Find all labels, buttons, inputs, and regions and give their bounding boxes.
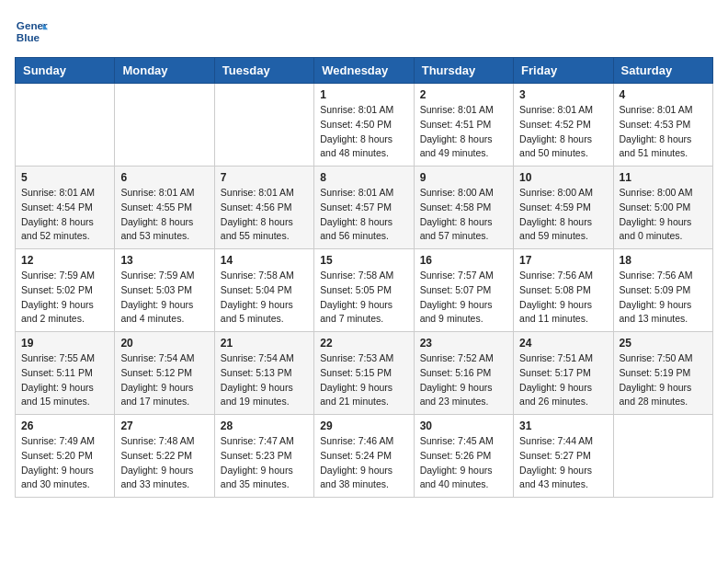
day-number: 26 [21, 419, 108, 432]
day-number: 3 [519, 88, 607, 101]
calendar-cell: 1Sunrise: 8:01 AMSunset: 4:50 PMDaylight… [314, 84, 414, 167]
day-number: 10 [519, 171, 607, 184]
day-info: Sunrise: 7:56 AMSunset: 5:09 PMDaylight:… [620, 269, 707, 327]
day-number: 20 [120, 337, 208, 350]
day-number: 4 [620, 88, 707, 101]
day-info: Sunrise: 8:01 AMSunset: 4:50 PMDaylight:… [320, 103, 407, 161]
calendar-cell: 24Sunrise: 7:51 AMSunset: 5:17 PMDayligh… [514, 332, 613, 415]
day-number: 28 [221, 419, 308, 432]
day-info: Sunrise: 8:01 AMSunset: 4:52 PMDaylight:… [519, 103, 607, 161]
calendar-cell: 29Sunrise: 7:46 AMSunset: 5:24 PMDayligh… [314, 415, 414, 498]
day-number: 13 [120, 254, 208, 267]
day-number: 9 [420, 171, 507, 184]
calendar-cell: 18Sunrise: 7:56 AMSunset: 5:09 PMDayligh… [613, 249, 712, 332]
day-info: Sunrise: 7:51 AMSunset: 5:17 PMDaylight:… [519, 351, 607, 409]
day-info: Sunrise: 8:00 AMSunset: 4:59 PMDaylight:… [519, 186, 607, 244]
day-number: 18 [620, 254, 707, 267]
logo: General Blue [15, 15, 48, 48]
weekday-header-row: SundayMondayTuesdayWednesdayThursdayFrid… [16, 58, 713, 84]
day-info: Sunrise: 7:54 AMSunset: 5:12 PMDaylight:… [120, 351, 208, 409]
day-number: 16 [420, 254, 507, 267]
calendar-cell: 27Sunrise: 7:48 AMSunset: 5:22 PMDayligh… [115, 415, 214, 498]
day-number: 27 [120, 419, 208, 432]
day-number: 21 [221, 337, 308, 350]
day-number: 7 [221, 171, 308, 184]
calendar-cell: 11Sunrise: 8:00 AMSunset: 5:00 PMDayligh… [613, 167, 712, 249]
calendar-cell: 8Sunrise: 8:01 AMSunset: 4:57 PMDaylight… [314, 167, 414, 249]
day-info: Sunrise: 8:01 AMSunset: 4:55 PMDaylight:… [120, 186, 208, 244]
calendar-cell [115, 84, 214, 167]
calendar-cell: 4Sunrise: 8:01 AMSunset: 4:53 PMDaylight… [613, 84, 712, 167]
day-number: 29 [320, 419, 407, 432]
calendar-cell: 16Sunrise: 7:57 AMSunset: 5:07 PMDayligh… [414, 249, 513, 332]
day-info: Sunrise: 7:48 AMSunset: 5:22 PMDaylight:… [120, 434, 208, 492]
day-info: Sunrise: 7:56 AMSunset: 5:08 PMDaylight:… [519, 269, 607, 327]
calendar-week-row: 1Sunrise: 8:01 AMSunset: 4:50 PMDaylight… [16, 84, 713, 167]
day-info: Sunrise: 7:52 AMSunset: 5:16 PMDaylight:… [420, 351, 507, 409]
day-info: Sunrise: 7:59 AMSunset: 5:02 PMDaylight:… [21, 269, 108, 327]
day-info: Sunrise: 7:46 AMSunset: 5:24 PMDaylight:… [320, 434, 407, 492]
day-number: 17 [519, 254, 607, 267]
calendar-cell: 21Sunrise: 7:54 AMSunset: 5:13 PMDayligh… [214, 332, 313, 415]
calendar-cell: 7Sunrise: 8:01 AMSunset: 4:56 PMDaylight… [214, 167, 313, 249]
weekday-header-saturday: Saturday [613, 58, 712, 84]
day-info: Sunrise: 7:58 AMSunset: 5:05 PMDaylight:… [320, 269, 407, 327]
calendar-cell: 5Sunrise: 8:01 AMSunset: 4:54 PMDaylight… [16, 167, 115, 249]
day-info: Sunrise: 7:54 AMSunset: 5:13 PMDaylight:… [221, 351, 308, 409]
calendar-cell: 3Sunrise: 8:01 AMSunset: 4:52 PMDaylight… [514, 84, 613, 167]
calendar-cell: 19Sunrise: 7:55 AMSunset: 5:11 PMDayligh… [16, 332, 115, 415]
weekday-header-wednesday: Wednesday [314, 58, 414, 84]
day-number: 2 [420, 88, 507, 101]
calendar-table: SundayMondayTuesdayWednesdayThursdayFrid… [15, 57, 713, 498]
day-info: Sunrise: 7:45 AMSunset: 5:26 PMDaylight:… [420, 434, 507, 492]
calendar-cell: 2Sunrise: 8:01 AMSunset: 4:51 PMDaylight… [414, 84, 513, 167]
day-info: Sunrise: 7:49 AMSunset: 5:20 PMDaylight:… [21, 434, 108, 492]
day-info: Sunrise: 7:55 AMSunset: 5:11 PMDaylight:… [21, 351, 108, 409]
weekday-header-friday: Friday [514, 58, 613, 84]
day-number: 8 [320, 171, 407, 184]
day-info: Sunrise: 8:00 AMSunset: 4:58 PMDaylight:… [420, 186, 507, 244]
calendar-week-row: 5Sunrise: 8:01 AMSunset: 4:54 PMDaylight… [16, 167, 713, 249]
day-number: 25 [620, 337, 707, 350]
calendar-cell: 9Sunrise: 8:00 AMSunset: 4:58 PMDaylight… [414, 167, 513, 249]
calendar-cell: 14Sunrise: 7:58 AMSunset: 5:04 PMDayligh… [214, 249, 313, 332]
day-number: 22 [320, 337, 407, 350]
calendar-cell: 28Sunrise: 7:47 AMSunset: 5:23 PMDayligh… [214, 415, 313, 498]
day-info: Sunrise: 7:59 AMSunset: 5:03 PMDaylight:… [120, 269, 208, 327]
day-info: Sunrise: 7:50 AMSunset: 5:19 PMDaylight:… [620, 351, 707, 409]
day-info: Sunrise: 8:01 AMSunset: 4:51 PMDaylight:… [420, 103, 507, 161]
day-number: 19 [21, 337, 108, 350]
day-number: 14 [221, 254, 308, 267]
calendar-cell [214, 84, 313, 167]
calendar-cell: 6Sunrise: 8:01 AMSunset: 4:55 PMDaylight… [115, 167, 214, 249]
day-info: Sunrise: 7:58 AMSunset: 5:04 PMDaylight:… [221, 269, 308, 327]
day-number: 15 [320, 254, 407, 267]
calendar-cell: 17Sunrise: 7:56 AMSunset: 5:08 PMDayligh… [514, 249, 613, 332]
day-number: 30 [420, 419, 507, 432]
svg-text:Blue: Blue [17, 31, 40, 43]
day-number: 11 [620, 171, 707, 184]
calendar-cell: 15Sunrise: 7:58 AMSunset: 5:05 PMDayligh… [314, 249, 414, 332]
day-info: Sunrise: 8:01 AMSunset: 4:57 PMDaylight:… [320, 186, 407, 244]
calendar-week-row: 26Sunrise: 7:49 AMSunset: 5:20 PMDayligh… [16, 415, 713, 498]
weekday-header-monday: Monday [115, 58, 214, 84]
day-number: 6 [120, 171, 208, 184]
calendar-cell: 20Sunrise: 7:54 AMSunset: 5:12 PMDayligh… [115, 332, 214, 415]
calendar-cell: 23Sunrise: 7:52 AMSunset: 5:16 PMDayligh… [414, 332, 513, 415]
day-info: Sunrise: 8:00 AMSunset: 5:00 PMDaylight:… [620, 186, 707, 244]
calendar-cell: 10Sunrise: 8:00 AMSunset: 4:59 PMDayligh… [514, 167, 613, 249]
day-number: 31 [519, 419, 607, 432]
weekday-header-sunday: Sunday [16, 58, 115, 84]
page-header: General Blue [15, 15, 713, 48]
day-info: Sunrise: 8:01 AMSunset: 4:56 PMDaylight:… [221, 186, 308, 244]
day-number: 1 [320, 88, 407, 101]
calendar-cell: 30Sunrise: 7:45 AMSunset: 5:26 PMDayligh… [414, 415, 513, 498]
day-number: 12 [21, 254, 108, 267]
day-number: 24 [519, 337, 607, 350]
day-info: Sunrise: 8:01 AMSunset: 4:54 PMDaylight:… [21, 186, 108, 244]
calendar-cell: 12Sunrise: 7:59 AMSunset: 5:02 PMDayligh… [16, 249, 115, 332]
calendar-week-row: 12Sunrise: 7:59 AMSunset: 5:02 PMDayligh… [16, 249, 713, 332]
calendar-cell: 25Sunrise: 7:50 AMSunset: 5:19 PMDayligh… [613, 332, 712, 415]
weekday-header-tuesday: Tuesday [214, 58, 313, 84]
day-info: Sunrise: 7:44 AMSunset: 5:27 PMDaylight:… [519, 434, 607, 492]
